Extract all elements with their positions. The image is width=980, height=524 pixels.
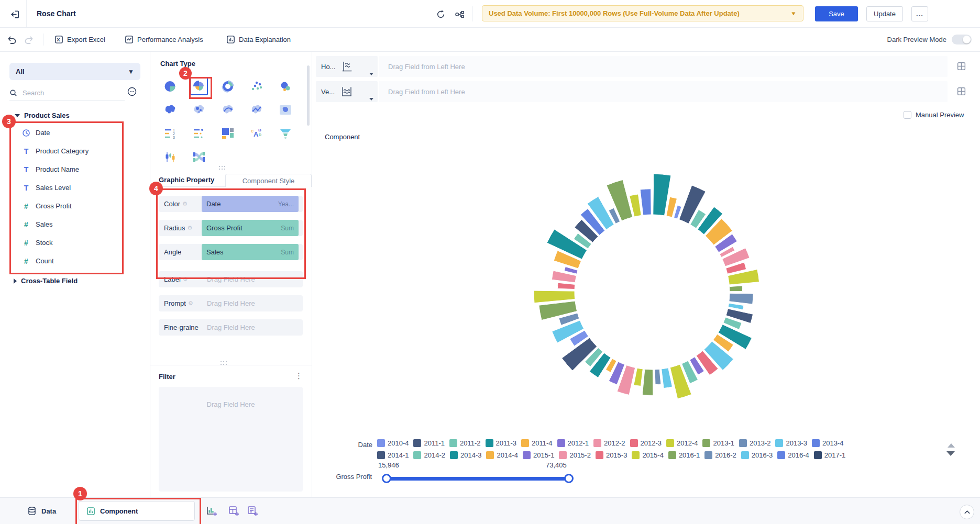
legend-item-2011-4[interactable]: 2011-4 — [521, 439, 553, 447]
slider-handle-max[interactable] — [564, 474, 574, 483]
expand-triangle-icon[interactable] — [15, 114, 20, 117]
cross-table-field-node[interactable]: Cross-Table Field — [14, 277, 78, 285]
field-pill-date[interactable]: DateYea... — [202, 196, 299, 212]
gross-profit-slider-track[interactable] — [387, 477, 569, 481]
rose-petal[interactable] — [534, 291, 575, 303]
chart-type-scatter-icon[interactable] — [248, 77, 266, 95]
gear-icon[interactable]: ⚙ — [188, 300, 193, 307]
legend-item-2014-2[interactable]: 2014-2 — [413, 451, 445, 459]
field-item-date[interactable]: Date — [0, 124, 150, 142]
legend-item-2015-4[interactable]: 2015-4 — [632, 451, 663, 459]
search-options-icon[interactable] — [127, 86, 137, 97]
rose-petal[interactable] — [607, 180, 633, 220]
legend-item-2016-4[interactable]: 2016-4 — [777, 451, 809, 459]
chart-type-word-cloud-icon[interactable]: CABD — [248, 125, 266, 142]
legend-item-2013-1[interactable]: 2013-1 — [702, 439, 734, 447]
tab-graphic-property[interactable]: Graphic Property — [159, 176, 214, 184]
checkbox-icon[interactable] — [904, 111, 911, 119]
dataset-select[interactable]: All ▼ — [9, 63, 140, 80]
chart-type-funnel-icon[interactable] — [277, 125, 294, 142]
field-item-sales-level[interactable]: TSales Level — [0, 179, 150, 197]
chart-type-bubble-icon[interactable] — [277, 77, 294, 95]
chart-type-rose-icon[interactable] — [190, 77, 208, 95]
legend-page-up-icon[interactable] — [948, 443, 955, 448]
rose-petal[interactable] — [728, 303, 744, 309]
legend-item-2017-1[interactable]: 2017-1 — [814, 451, 845, 459]
table-node-product-sales[interactable]: Product Sales — [15, 112, 70, 119]
legend-item-2012-4[interactable]: 2012-4 — [666, 439, 698, 447]
manual-preview-checkbox[interactable]: Manual Preview — [904, 111, 964, 119]
field-item-sales[interactable]: #Sales — [0, 215, 150, 233]
scrollbar[interactable] — [307, 65, 310, 126]
rose-chart[interactable] — [516, 156, 788, 428]
property-row-label[interactable]: Label⚙Drag Field Here — [159, 271, 303, 287]
collapse-button[interactable] — [960, 505, 974, 519]
lineage-icon[interactable] — [454, 8, 465, 20]
legend-item-2015-1[interactable]: 2015-1 — [523, 451, 554, 459]
legend-item-2014-1[interactable]: 2014-1 — [377, 451, 409, 459]
legend-item-2012-2[interactable]: 2012-2 — [593, 439, 625, 447]
add-chart-icon[interactable] — [206, 505, 217, 517]
property-row-prompt[interactable]: Prompt⚙Drag Field Here — [159, 295, 303, 311]
vertical-axis-dropzone[interactable]: Drag Field from Left Here — [379, 81, 948, 102]
performance-analysis-button[interactable]: Performance Analysis — [125, 28, 203, 51]
add-report-icon[interactable] — [247, 505, 258, 517]
export-excel-button[interactable]: X Export Excel — [54, 28, 105, 51]
search-input[interactable] — [21, 88, 113, 97]
chart-type-rank-icon[interactable]: 123 — [161, 125, 179, 142]
field-pill-sales[interactable]: SalesSum — [202, 244, 299, 260]
legend-item-2016-2[interactable]: 2016-2 — [704, 451, 736, 459]
legend-item-2015-3[interactable]: 2015-3 — [596, 451, 627, 459]
legend-item-2014-4[interactable]: 2014-4 — [486, 451, 517, 459]
tab-data[interactable]: Data — [27, 498, 56, 524]
field-item-product-name[interactable]: TProduct Name — [0, 160, 150, 179]
field-pill-gross-profit[interactable]: Gross ProfitSum — [202, 220, 299, 236]
horizontal-axis-label-section[interactable]: Ho... — [316, 56, 378, 77]
chart-type-treemap-icon[interactable] — [219, 125, 237, 142]
dark-preview-toggle[interactable] — [952, 35, 972, 44]
property-row-color[interactable]: Color⚙DateYea... — [159, 196, 303, 212]
axis-setting-icon[interactable] — [956, 86, 967, 97]
chart-type-sankey-icon[interactable] — [190, 148, 208, 166]
gear-icon[interactable]: ⚙ — [182, 200, 188, 207]
rose-petal[interactable] — [642, 369, 653, 395]
drag-handle[interactable] — [219, 166, 227, 171]
vertical-axis-label-section[interactable]: Ve... — [316, 81, 378, 102]
chart-type-dot-line-icon[interactable] — [190, 125, 208, 142]
axis-setting-icon[interactable] — [956, 61, 967, 72]
slider-handle-min[interactable] — [382, 474, 391, 483]
more-button[interactable]: ... — [911, 6, 928, 21]
chart-type-pie-icon[interactable] — [161, 77, 179, 95]
rose-petal[interactable] — [634, 368, 643, 386]
tab-component[interactable]: Component — [79, 501, 195, 521]
chevron-down-icon[interactable]: ▼ — [790, 10, 797, 16]
save-button[interactable]: Save — [815, 6, 858, 21]
property-row-radius[interactable]: Radius⚙Gross ProfitSum — [159, 220, 303, 236]
tab-component-style[interactable]: Component Style — [225, 174, 312, 187]
kebab-menu-icon[interactable]: ⋮ — [295, 371, 303, 381]
horizontal-axis-dropzone[interactable]: Drag Field from Left Here — [379, 56, 948, 77]
property-row-fine-grained[interactable]: Fine-grainedDrag Field Here — [159, 319, 303, 336]
chart-type-heat-map-icon[interactable] — [277, 101, 294, 119]
chart-type-flow-map-icon[interactable] — [219, 101, 237, 119]
chevron-down-icon[interactable] — [369, 98, 373, 101]
rose-petal[interactable] — [730, 286, 743, 292]
legend-item-2012-3[interactable]: 2012-3 — [630, 439, 662, 447]
gear-icon[interactable]: ⚙ — [183, 276, 188, 283]
field-item-gross-profit[interactable]: #Gross Profit — [0, 197, 150, 215]
legend-item-2012-1[interactable]: 2012-1 — [557, 439, 589, 447]
legend-item-2011-1[interactable]: 2011-1 — [413, 439, 445, 447]
drag-handle[interactable] — [221, 361, 228, 366]
rose-petal[interactable] — [655, 369, 661, 384]
chart-type-bubble-map-icon[interactable] — [190, 101, 208, 119]
data-explanation-button[interactable]: Data Explanation — [226, 28, 291, 51]
undo-icon[interactable] — [6, 34, 18, 46]
legend-item-2013-3[interactable]: 2013-3 — [775, 439, 807, 447]
legend-item-2015-2[interactable]: 2015-2 — [559, 451, 590, 459]
add-table-icon[interactable] — [228, 505, 239, 517]
legend-item-2016-1[interactable]: 2016-1 — [668, 451, 700, 459]
legend-page-down-icon[interactable] — [946, 451, 955, 456]
legend-item-2011-3[interactable]: 2011-3 — [486, 439, 517, 447]
legend-item-2016-3[interactable]: 2016-3 — [741, 451, 773, 459]
back-icon[interactable] — [7, 7, 22, 21]
